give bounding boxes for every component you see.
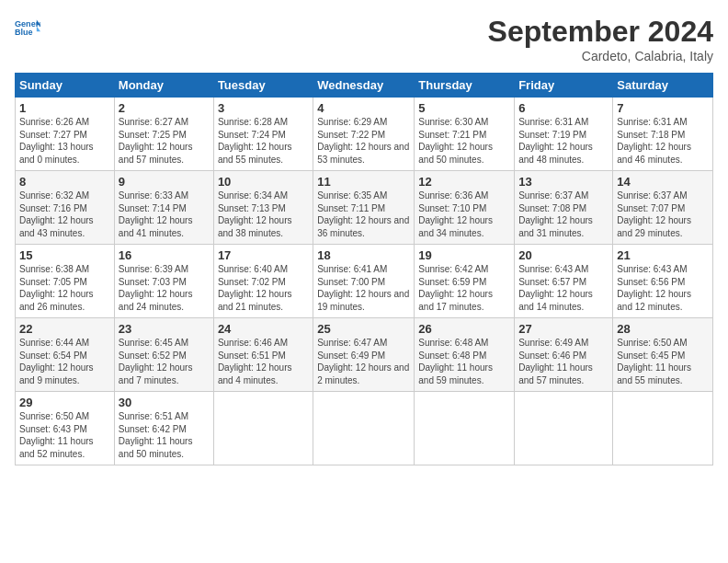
calendar-body: 1Sunrise: 6:26 AM Sunset: 7:27 PM Daylig… [16, 98, 713, 465]
logo: General Blue [15, 15, 42, 40]
calendar-cell: 28Sunrise: 6:50 AM Sunset: 6:45 PM Dayli… [613, 318, 713, 392]
day-number: 28 [617, 322, 709, 336]
col-saturday: Saturday [613, 74, 713, 98]
month-title: September 2024 [488, 15, 713, 49]
header-row: Sunday Monday Tuesday Wednesday Thursday… [16, 74, 713, 98]
day-info: Sunrise: 6:31 AM Sunset: 7:18 PM Dayligh… [617, 116, 709, 166]
calendar-cell: 18Sunrise: 6:41 AM Sunset: 7:00 PM Dayli… [313, 245, 415, 318]
calendar-cell: 29Sunrise: 6:50 AM Sunset: 6:43 PM Dayli… [16, 392, 115, 465]
page-container: General Blue September 2024 Cardeto, Cal… [0, 0, 728, 473]
calendar-header: Sunday Monday Tuesday Wednesday Thursday… [16, 74, 713, 98]
day-info: Sunrise: 6:32 AM Sunset: 7:16 PM Dayligh… [19, 190, 110, 239]
calendar-cell: 5Sunrise: 6:30 AM Sunset: 7:21 PM Daylig… [415, 98, 515, 171]
calendar-cell: 20Sunrise: 6:43 AM Sunset: 6:57 PM Dayli… [515, 245, 613, 318]
calendar-table: Sunday Monday Tuesday Wednesday Thursday… [15, 73, 713, 465]
calendar-cell: 13Sunrise: 6:37 AM Sunset: 7:08 PM Dayli… [515, 171, 613, 245]
calendar-cell [613, 392, 713, 465]
day-info: Sunrise: 6:39 AM Sunset: 7:03 PM Dayligh… [119, 263, 210, 313]
day-info: Sunrise: 6:43 AM Sunset: 6:57 PM Dayligh… [518, 263, 609, 313]
day-info: Sunrise: 6:31 AM Sunset: 7:19 PM Dayligh… [518, 116, 609, 166]
day-info: Sunrise: 6:26 AM Sunset: 7:27 PM Dayligh… [19, 116, 110, 166]
day-number: 25 [317, 322, 410, 336]
day-info: Sunrise: 6:50 AM Sunset: 6:45 PM Dayligh… [617, 337, 709, 386]
day-info: Sunrise: 6:49 AM Sunset: 6:46 PM Dayligh… [518, 337, 609, 386]
day-number: 15 [19, 248, 110, 262]
day-info: Sunrise: 6:35 AM Sunset: 7:11 PM Dayligh… [317, 190, 410, 239]
calendar-cell: 25Sunrise: 6:47 AM Sunset: 6:49 PM Dayli… [313, 318, 415, 392]
calendar-cell: 19Sunrise: 6:42 AM Sunset: 6:59 PM Dayli… [415, 245, 515, 318]
day-number: 27 [518, 322, 609, 336]
logo-icon: General Blue [15, 15, 40, 40]
day-info: Sunrise: 6:30 AM Sunset: 7:21 PM Dayligh… [418, 116, 510, 166]
day-number: 19 [418, 248, 510, 262]
day-info: Sunrise: 6:50 AM Sunset: 6:43 PM Dayligh… [19, 410, 110, 460]
calendar-cell: 30Sunrise: 6:51 AM Sunset: 6:42 PM Dayli… [114, 392, 213, 465]
day-number: 12 [418, 175, 510, 189]
day-info: Sunrise: 6:37 AM Sunset: 7:07 PM Dayligh… [617, 190, 709, 239]
calendar-cell: 6Sunrise: 6:31 AM Sunset: 7:19 PM Daylig… [515, 98, 613, 171]
calendar-cell [213, 392, 313, 465]
day-number: 7 [617, 101, 709, 115]
calendar-cell: 7Sunrise: 6:31 AM Sunset: 7:18 PM Daylig… [613, 98, 713, 171]
day-info: Sunrise: 6:33 AM Sunset: 7:14 PM Dayligh… [119, 190, 210, 239]
col-tuesday: Tuesday [213, 74, 313, 98]
svg-text:Blue: Blue [15, 28, 33, 37]
col-thursday: Thursday [415, 74, 515, 98]
col-wednesday: Wednesday [313, 74, 415, 98]
day-info: Sunrise: 6:29 AM Sunset: 7:22 PM Dayligh… [317, 116, 410, 166]
day-info: Sunrise: 6:36 AM Sunset: 7:10 PM Dayligh… [418, 190, 510, 239]
day-number: 17 [218, 248, 309, 262]
day-info: Sunrise: 6:45 AM Sunset: 6:52 PM Dayligh… [119, 337, 210, 386]
day-number: 9 [119, 175, 210, 189]
day-number: 22 [19, 322, 110, 336]
day-number: 1 [19, 101, 110, 115]
calendar-cell [515, 392, 613, 465]
day-info: Sunrise: 6:34 AM Sunset: 7:13 PM Dayligh… [218, 190, 309, 239]
day-number: 6 [518, 101, 609, 115]
title-block: September 2024 Cardeto, Calabria, Italy [488, 15, 713, 63]
col-sunday: Sunday [16, 74, 115, 98]
day-info: Sunrise: 6:37 AM Sunset: 7:08 PM Dayligh… [518, 190, 609, 239]
calendar-cell: 16Sunrise: 6:39 AM Sunset: 7:03 PM Dayli… [114, 245, 213, 318]
calendar-week: 15Sunrise: 6:38 AM Sunset: 7:05 PM Dayli… [16, 245, 713, 318]
day-number: 30 [119, 396, 210, 409]
day-number: 13 [518, 175, 609, 189]
day-info: Sunrise: 6:41 AM Sunset: 7:00 PM Dayligh… [317, 263, 410, 313]
day-number: 5 [418, 101, 510, 115]
calendar-week: 1Sunrise: 6:26 AM Sunset: 7:27 PM Daylig… [16, 98, 713, 171]
calendar-cell: 27Sunrise: 6:49 AM Sunset: 6:46 PM Dayli… [515, 318, 613, 392]
calendar-cell [415, 392, 515, 465]
day-number: 20 [518, 248, 609, 262]
location: Cardeto, Calabria, Italy [488, 49, 713, 63]
calendar-cell: 14Sunrise: 6:37 AM Sunset: 7:07 PM Dayli… [613, 171, 713, 245]
day-number: 10 [218, 175, 309, 189]
day-number: 23 [119, 322, 210, 336]
calendar-cell: 2Sunrise: 6:27 AM Sunset: 7:25 PM Daylig… [114, 98, 213, 171]
calendar-cell: 8Sunrise: 6:32 AM Sunset: 7:16 PM Daylig… [16, 171, 115, 245]
calendar-cell: 23Sunrise: 6:45 AM Sunset: 6:52 PM Dayli… [114, 318, 213, 392]
calendar-cell: 10Sunrise: 6:34 AM Sunset: 7:13 PM Dayli… [213, 171, 313, 245]
day-number: 16 [119, 248, 210, 262]
calendar-cell [313, 392, 415, 465]
day-number: 26 [418, 322, 510, 336]
day-info: Sunrise: 6:44 AM Sunset: 6:54 PM Dayligh… [19, 337, 110, 386]
calendar-cell: 22Sunrise: 6:44 AM Sunset: 6:54 PM Dayli… [16, 318, 115, 392]
calendar-week: 8Sunrise: 6:32 AM Sunset: 7:16 PM Daylig… [16, 171, 713, 245]
calendar-week: 29Sunrise: 6:50 AM Sunset: 6:43 PM Dayli… [16, 392, 713, 465]
calendar-cell: 21Sunrise: 6:43 AM Sunset: 6:56 PM Dayli… [613, 245, 713, 318]
calendar-cell: 9Sunrise: 6:33 AM Sunset: 7:14 PM Daylig… [114, 171, 213, 245]
day-number: 3 [218, 101, 309, 115]
day-number: 14 [617, 175, 709, 189]
col-monday: Monday [114, 74, 213, 98]
day-info: Sunrise: 6:43 AM Sunset: 6:56 PM Dayligh… [617, 263, 709, 313]
day-number: 2 [119, 101, 210, 115]
day-number: 11 [317, 175, 410, 189]
day-info: Sunrise: 6:38 AM Sunset: 7:05 PM Dayligh… [19, 263, 110, 313]
calendar-cell: 26Sunrise: 6:48 AM Sunset: 6:48 PM Dayli… [415, 318, 515, 392]
day-info: Sunrise: 6:40 AM Sunset: 7:02 PM Dayligh… [218, 263, 309, 313]
calendar-cell: 15Sunrise: 6:38 AM Sunset: 7:05 PM Dayli… [16, 245, 115, 318]
day-number: 21 [617, 248, 709, 262]
day-number: 18 [317, 248, 410, 262]
calendar-cell: 4Sunrise: 6:29 AM Sunset: 7:22 PM Daylig… [313, 98, 415, 171]
calendar-cell: 24Sunrise: 6:46 AM Sunset: 6:51 PM Dayli… [213, 318, 313, 392]
